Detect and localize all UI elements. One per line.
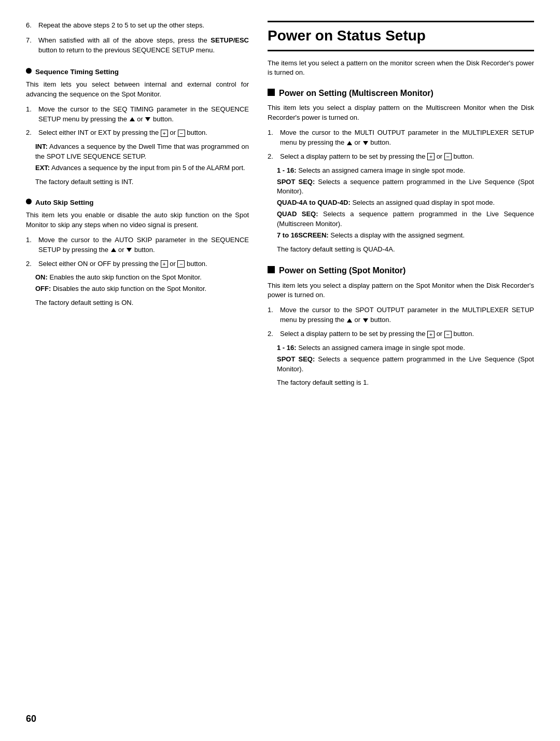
auto-step-2: 2. Select either ON or OFF by pressing t…	[26, 259, 249, 269]
spot-monitor-body: This item lets you select a display patt…	[268, 281, 534, 301]
multiscreen-factory: The factory default setting is QUAD-4A.	[277, 245, 534, 255]
spot-monitor-steps: 1. Move the cursor to the SPOT OUTPUT pa…	[268, 305, 534, 339]
page-number: 60	[26, 712, 36, 725]
sequence-timing-indent: INT: Advances a sequence by the Dwell Ti…	[35, 142, 249, 173]
multiscreen-monitor-title: Power on Setting (Multiscreen Monitor)	[268, 87, 534, 99]
bullet-icon-2	[26, 199, 32, 204]
bullet-icon	[26, 68, 32, 74]
spot-monitor-indent: 1 - 16: Selects an assigned camera image…	[277, 343, 534, 374]
multiscreen-indent: 1 - 16: Selects an assigned camera image…	[277, 166, 534, 241]
auto-step-1: 1. Move the cursor to the AUTO SKIP para…	[26, 235, 249, 255]
auto-skip-steps: 1. Move the cursor to the AUTO SKIP para…	[26, 235, 249, 269]
sequence-timing-body: This item lets you select between intern…	[26, 80, 249, 100]
sequence-timing-steps: 1. Move the cursor to the SEQ TIMING par…	[26, 105, 249, 138]
sequence-timing-heading: Sequence Timing Setting	[26, 67, 249, 77]
spot-step-1: 1. Move the cursor to the SPOT OUTPUT pa…	[268, 305, 534, 325]
intro-step-7: 7. When satisfied with all of the above …	[26, 36, 249, 55]
seq-step-1: 1. Move the cursor to the SEQ TIMING par…	[26, 105, 249, 124]
auto-skip-factory: The factory default setting is ON.	[35, 298, 249, 308]
page: 6. Repeat the above steps 2 to 5 to set …	[0, 0, 560, 741]
page-title: Power on Status Setup	[268, 21, 534, 51]
spot-step-2: 2. Select a display pattern to be set by…	[268, 329, 534, 339]
two-column-layout: 6. Repeat the above steps 2 to 5 to set …	[26, 21, 534, 710]
seq-timing-factory: The factory default setting is INT.	[35, 177, 249, 187]
auto-skip-body: This item lets you enable or disable the…	[26, 211, 249, 230]
seq-step-2: 2. Select either INT or EXT by pressing …	[26, 128, 249, 138]
auto-skip-heading: Auto Skip Setting	[26, 198, 249, 208]
multiscreen-steps: 1. Move the cursor to the MULTI OUTPUT p…	[268, 128, 534, 162]
spot-monitor-factory: The factory default setting is 1.	[277, 378, 534, 388]
left-column: 6. Repeat the above steps 2 to 5 to set …	[26, 21, 249, 710]
black-square-icon-2	[268, 266, 275, 273]
right-column: Power on Status Setup The items let you …	[268, 21, 534, 710]
page-title-body: The items let you select a pattern on th…	[268, 59, 534, 78]
spot-monitor-title: Power on Setting (Spot Monitor)	[268, 264, 534, 276]
multiscreen-body: This item lets you select a display patt…	[268, 103, 534, 123]
multi-step-1: 1. Move the cursor to the MULTI OUTPUT p…	[268, 128, 534, 148]
auto-skip-indent: ON: Enables the auto skip function on th…	[35, 273, 249, 294]
black-square-icon	[268, 89, 275, 96]
intro-step-6: 6. Repeat the above steps 2 to 5 to set …	[26, 21, 249, 31]
multi-step-2: 2. Select a display pattern to be set by…	[268, 152, 534, 162]
intro-steps: 6. Repeat the above steps 2 to 5 to set …	[26, 21, 249, 55]
